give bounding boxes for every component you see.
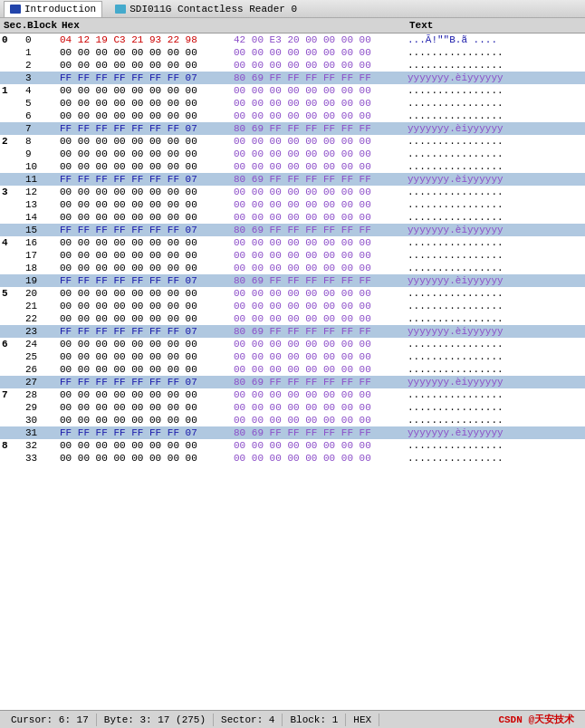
- cell-text: ................: [406, 262, 585, 274]
- status-bar: Cursor: 6: 17 Byte: 3: 17 (275) Sector: …: [0, 710, 585, 728]
- cell-sec: [0, 148, 24, 160]
- cell-sec: [0, 274, 24, 287]
- main-content: Sec. Block Hex Text 0004 12 19 C3 21 93 …: [0, 18, 585, 710]
- cell-block: 2: [24, 59, 58, 72]
- cell-block: 11: [24, 173, 58, 186]
- cell-sec: 1: [0, 84, 24, 97]
- cell-text: ................: [406, 148, 585, 160]
- table-row: 900 00 00 00 00 00 00 0000 00 00 00 00 0…: [0, 148, 585, 160]
- cell-hex1: 00 00 00 00 00 00 00 00: [58, 350, 232, 363]
- cell-hex2: 00 00 00 00 00 00 00 00: [232, 46, 406, 59]
- cell-sec: [0, 262, 24, 274]
- cell-hex2: 00 00 00 00 00 00 00 00: [232, 363, 406, 376]
- header-sec: Sec.: [0, 18, 24, 34]
- cell-text: ................: [406, 249, 585, 262]
- cell-hex2: 00 00 00 00 00 00 00 00: [232, 110, 406, 122]
- cell-block: 1: [24, 46, 58, 59]
- table-row: 3FF FF FF FF FF FF FF 0780 69 FF FF FF F…: [0, 72, 585, 84]
- cell-hex1: 00 00 00 00 00 00 00 00: [58, 198, 232, 211]
- cell-sec: [0, 224, 24, 236]
- cell-text: ................: [406, 160, 585, 173]
- table-row: 19FF FF FF FF FF FF FF 0780 69 FF FF FF …: [0, 274, 585, 287]
- cell-hex1: 00 00 00 00 00 00 00 00: [58, 110, 232, 122]
- cell-hex2: 80 69 FF FF FF FF FF FF: [232, 224, 406, 236]
- cell-block: 33: [24, 452, 58, 465]
- cell-sec: [0, 452, 24, 465]
- cell-text: yyyyyyy.èiyyyyyy: [406, 376, 585, 388]
- cell-hex2: 00 00 00 00 00 00 00 00: [232, 249, 406, 262]
- cell-hex1: FF FF FF FF FF FF FF 07: [58, 224, 232, 236]
- cell-block: 10: [24, 160, 58, 173]
- status-cursor: Cursor: 6: 17: [4, 714, 97, 726]
- status-brand: CSDN @天安技术: [491, 712, 581, 727]
- cell-hex1: 00 00 00 00 00 00 00 00: [58, 186, 232, 198]
- cell-block: 19: [24, 274, 58, 287]
- cell-hex2: 00 00 00 00 00 00 00 00: [232, 452, 406, 465]
- cell-block: 16: [24, 236, 58, 249]
- table-row: 31200 00 00 00 00 00 00 0000 00 00 00 00…: [0, 186, 585, 198]
- table-row: 2100 00 00 00 00 00 00 0000 00 00 00 00 …: [0, 300, 585, 312]
- table-row: 3000 00 00 00 00 00 00 0000 00 00 00 00 …: [0, 414, 585, 426]
- cell-hex2: 80 69 FF FF FF FF FF FF: [232, 426, 406, 439]
- cell-sec: [0, 59, 24, 72]
- cell-block: 12: [24, 186, 58, 198]
- table-row: 11FF FF FF FF FF FF FF 0780 69 FF FF FF …: [0, 173, 585, 186]
- header-block: Block: [24, 18, 58, 34]
- cell-text: yyyyyyy.èiyyyyyy: [406, 122, 585, 135]
- cell-sec: 5: [0, 287, 24, 300]
- table-row: 62400 00 00 00 00 00 00 0000 00 00 00 00…: [0, 338, 585, 350]
- title-bar: Introduction SDI011G Contactless Reader …: [0, 0, 585, 18]
- table-row: 7FF FF FF FF FF FF FF 0780 69 FF FF FF F…: [0, 122, 585, 135]
- cell-hex1: 00 00 00 00 00 00 00 00: [58, 363, 232, 376]
- hex-data-table: Sec. Block Hex Text 0004 12 19 C3 21 93 …: [0, 18, 585, 465]
- cell-hex2: 00 00 00 00 00 00 00 00: [232, 312, 406, 325]
- cell-block: 30: [24, 414, 58, 426]
- cell-hex1: FF FF FF FF FF FF FF 07: [58, 173, 232, 186]
- cell-sec: [0, 211, 24, 224]
- cell-hex1: FF FF FF FF FF FF FF 07: [58, 376, 232, 388]
- cell-sec: [0, 325, 24, 338]
- cell-block: 26: [24, 363, 58, 376]
- cell-sec: 8: [0, 439, 24, 452]
- cell-sec: [0, 198, 24, 211]
- cell-hex2: 00 00 00 00 00 00 00 00: [232, 350, 406, 363]
- cell-hex1: 00 00 00 00 00 00 00 00: [58, 414, 232, 426]
- cell-block: 17: [24, 249, 58, 262]
- cell-hex1: 00 00 00 00 00 00 00 00: [58, 59, 232, 72]
- cell-text: ................: [406, 236, 585, 249]
- cell-hex1: FF FF FF FF FF FF FF 07: [58, 72, 232, 84]
- cell-hex2: 42 00 E3 20 00 00 00 00: [232, 34, 406, 47]
- cell-text: ................: [406, 350, 585, 363]
- cell-block: 13: [24, 198, 58, 211]
- table-row: 23FF FF FF FF FF FF FF 0780 69 FF FF FF …: [0, 325, 585, 338]
- table-row: 3300 00 00 00 00 00 00 0000 00 00 00 00 …: [0, 452, 585, 465]
- cell-hex1: 00 00 00 00 00 00 00 00: [58, 148, 232, 160]
- cell-hex1: FF FF FF FF FF FF FF 07: [58, 122, 232, 135]
- cell-hex1: 00 00 00 00 00 00 00 00: [58, 312, 232, 325]
- cell-hex1: 00 00 00 00 00 00 00 00: [58, 97, 232, 110]
- cell-sec: [0, 363, 24, 376]
- cell-text: ................: [406, 452, 585, 465]
- cell-text: ................: [406, 59, 585, 72]
- cell-block: 9: [24, 148, 58, 160]
- cell-hex1: 00 00 00 00 00 00 00 00: [58, 388, 232, 401]
- tab-introduction[interactable]: Introduction: [4, 1, 102, 17]
- cell-hex2: 80 69 FF FF FF FF FF FF: [232, 376, 406, 388]
- table-row: 1000 00 00 00 00 00 00 0000 00 00 00 00 …: [0, 160, 585, 173]
- cell-block: 29: [24, 401, 58, 414]
- table-row: 500 00 00 00 00 00 00 0000 00 00 00 00 0…: [0, 97, 585, 110]
- cell-text: ................: [406, 414, 585, 426]
- cell-block: 27: [24, 376, 58, 388]
- tab-reader[interactable]: SDI011G Contactless Reader 0: [110, 1, 302, 17]
- cell-sec: [0, 414, 24, 426]
- cell-sec: [0, 401, 24, 414]
- cell-text: yyyyyyy.èiyyyyyy: [406, 72, 585, 84]
- cell-hex1: FF FF FF FF FF FF FF 07: [58, 274, 232, 287]
- cell-hex2: 80 69 FF FF FF FF FF FF: [232, 274, 406, 287]
- cell-hex2: 00 00 00 00 00 00 00 00: [232, 262, 406, 274]
- tab-reader-label: SDI011G Contactless Reader 0: [129, 4, 297, 14]
- table-row: 600 00 00 00 00 00 00 0000 00 00 00 00 0…: [0, 110, 585, 122]
- table-row: 1400 00 00 00 00 00 00 0000 00 00 00 00 …: [0, 211, 585, 224]
- cell-sec: 7: [0, 388, 24, 401]
- cell-sec: 6: [0, 338, 24, 350]
